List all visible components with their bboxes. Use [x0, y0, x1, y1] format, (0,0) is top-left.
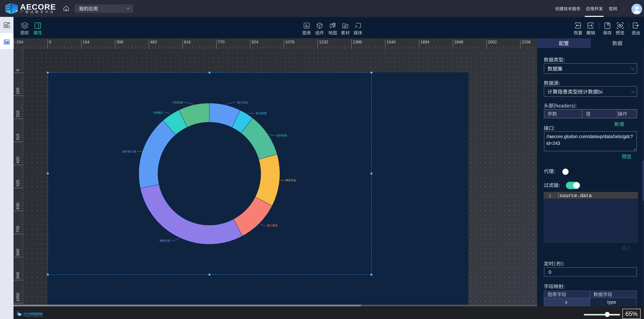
- svg-text:770: 770: [218, 40, 224, 44]
- svg-text:1848: 1848: [454, 40, 463, 44]
- svg-text:1078: 1078: [285, 40, 294, 44]
- svg-text:945: 945: [16, 272, 20, 278]
- svg-text:840: 840: [16, 249, 20, 255]
- svg-text:1232: 1232: [319, 40, 328, 44]
- svg-text:308: 308: [116, 40, 123, 44]
- svg-text:462: 462: [150, 40, 157, 44]
- svg-text:-154: -154: [15, 40, 23, 44]
- svg-text:525: 525: [16, 180, 20, 186]
- svg-text:1386: 1386: [353, 40, 362, 44]
- svg-text:210: 210: [16, 111, 20, 117]
- svg-text:2002: 2002: [488, 40, 497, 44]
- svg-text:315: 315: [16, 134, 20, 140]
- svg-text:630: 630: [16, 203, 20, 209]
- svg-text:1694: 1694: [420, 40, 429, 44]
- svg-text:616: 616: [184, 40, 191, 44]
- svg-text:420: 420: [16, 157, 20, 163]
- svg-text:0: 0: [49, 40, 51, 44]
- svg-text:924: 924: [252, 40, 258, 44]
- svg-text:154: 154: [83, 40, 90, 44]
- svg-text:105: 105: [16, 87, 20, 94]
- svg-text:0: 0: [16, 69, 20, 71]
- svg-text:2156: 2156: [522, 40, 531, 44]
- svg-text:1050: 1050: [16, 293, 20, 302]
- svg-text:735: 735: [16, 226, 20, 232]
- svg-text:1540: 1540: [386, 40, 396, 44]
